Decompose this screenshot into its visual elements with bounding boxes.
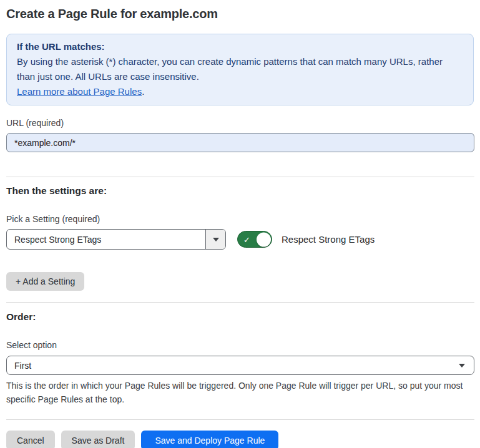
- order-select[interactable]: First: [6, 356, 474, 375]
- setting-select-arrow-button[interactable]: [205, 230, 225, 249]
- order-section-heading: Order:: [6, 311, 474, 323]
- footer-actions: Cancel Save as Draft Save and Deploy Pag…: [6, 431, 474, 448]
- add-setting-button[interactable]: + Add a Setting: [6, 272, 84, 291]
- chevron-down-icon: [213, 238, 219, 241]
- etags-toggle[interactable]: ✓: [237, 231, 272, 248]
- cancel-button[interactable]: Cancel: [6, 431, 55, 448]
- info-box-heading: If the URL matches:: [17, 39, 463, 54]
- url-field-label: URL (required): [6, 118, 474, 128]
- chevron-down-icon: [459, 364, 465, 368]
- setting-row: Respect Strong ETags ✓ Respect Strong ET…: [6, 229, 474, 250]
- divider: [6, 302, 474, 303]
- setting-select[interactable]: Respect Strong ETags: [6, 229, 226, 250]
- learn-more-link[interactable]: Learn more about Page Rules: [17, 86, 142, 97]
- toggle-knob: [257, 232, 271, 246]
- url-match-info-box: If the URL matches: By using the asteris…: [6, 34, 474, 105]
- check-icon: ✓: [243, 235, 250, 243]
- url-input[interactable]: [6, 133, 474, 152]
- toggle-label: Respect Strong ETags: [282, 234, 375, 245]
- info-box-link-line: Learn more about Page Rules.: [17, 84, 463, 99]
- page-rule-form: Create a Page Rule for example.com If th…: [0, 7, 480, 448]
- link-period: .: [142, 86, 144, 97]
- save-draft-button[interactable]: Save as Draft: [61, 431, 135, 448]
- settings-section-heading: Then the settings are:: [6, 185, 474, 197]
- divider: [6, 419, 474, 420]
- order-select-label: Select option: [6, 340, 474, 350]
- info-box-body: By using the asterisk (*) character, you…: [17, 54, 463, 84]
- divider: [6, 177, 474, 177]
- save-deploy-button[interactable]: Save and Deploy Page Rule: [141, 431, 278, 448]
- order-help-text: This is the order in which your Page Rul…: [6, 379, 473, 406]
- page-title: Create a Page Rule for example.com: [6, 7, 474, 21]
- pick-setting-label: Pick a Setting (required): [6, 214, 474, 224]
- order-select-value: First: [14, 361, 31, 371]
- setting-select-value: Respect Strong ETags: [7, 230, 205, 249]
